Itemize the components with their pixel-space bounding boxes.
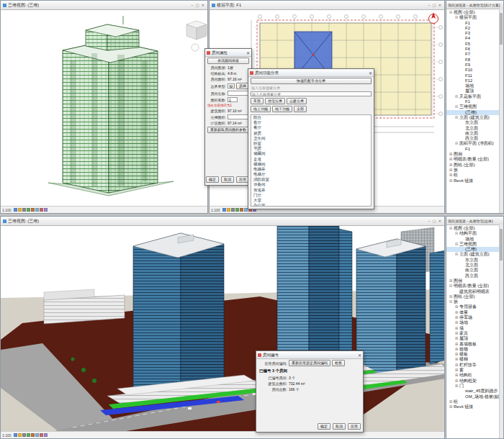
crop-view-icon[interactable] — [27, 208, 30, 212]
tree-item[interactable]: ⊟明细表/数量 (全部) — [446, 284, 503, 289]
close-icon[interactable]: ✕ — [369, 71, 372, 76]
expand-icon[interactable] — [460, 273, 464, 279]
expand-icon[interactable] — [460, 63, 464, 68]
expand-icon[interactable] — [460, 83, 464, 89]
tree-item[interactable]: ⊞组 — [446, 173, 503, 178]
expand-icon[interactable] — [460, 110, 464, 115]
expand-icon[interactable] — [460, 258, 464, 263]
tree-item[interactable]: ⊞明细表/数量 (全部) — [446, 157, 503, 162]
expand-icon[interactable]: ⊟ — [454, 141, 459, 146]
expand-icon[interactable]: ⊟ — [454, 15, 459, 20]
view-scale[interactable]: 1:100 — [211, 208, 220, 212]
tree-item[interactable]: F6 — [446, 47, 503, 52]
dialog-titlebar[interactable]: 房间功能分类 ✕ — [248, 69, 374, 77]
expand-icon[interactable]: ⊞ — [449, 399, 453, 404]
dialog-titlebar[interactable]: 房间属性 ✕ — [205, 49, 251, 57]
room-name-input[interactable] — [228, 91, 249, 96]
window-controls[interactable]: – ▢ ✕ — [192, 3, 205, 7]
expand-icon[interactable] — [460, 126, 464, 131]
tree-item[interactable]: ⊞结构柱 — [446, 373, 503, 378]
expand-icon[interactable] — [460, 73, 464, 78]
expand-icon[interactable]: ⊟ — [454, 242, 459, 247]
tree-item[interactable]: ⊟面积平面 (净面积) — [446, 141, 503, 146]
tree-item[interactable]: ⊞场地 — [446, 320, 503, 325]
tree-item[interactable]: 南立面 — [446, 131, 503, 136]
expand-icon[interactable] — [460, 42, 464, 47]
expand-icon[interactable]: ⊞ — [454, 336, 459, 341]
expand-icon[interactable] — [460, 99, 464, 104]
classification-item[interactable]: 阳台 — [251, 115, 371, 120]
scrollbar-thumb[interactable] — [500, 229, 503, 261]
tree-item[interactable]: {三维} — [446, 247, 503, 252]
tree-item[interactable]: ⊞专用设备 — [446, 304, 503, 309]
visual-style-icon[interactable] — [222, 208, 226, 212]
sun-path-icon[interactable] — [18, 208, 22, 212]
tree-item[interactable]: F1 — [446, 99, 503, 104]
tree-item[interactable]: ⊞图纸 (全部) — [446, 294, 503, 299]
expand-icon[interactable]: ⊟ — [449, 284, 453, 289]
tree-item[interactable]: ⊞幕墙嵌板 — [446, 342, 503, 347]
view-scale[interactable]: 1:100 — [2, 208, 12, 212]
expand-icon[interactable] — [460, 36, 464, 41]
filter-tab[interactable]: 全部 — [294, 106, 307, 112]
classification-item[interactable]: 厨房 — [251, 131, 371, 136]
expand-icon[interactable]: ⊟ — [454, 252, 459, 257]
tree-item[interactable]: stair_45度斜踏步 — [446, 389, 503, 394]
classification-item[interactable]: 走道 — [251, 157, 371, 162]
tree-item[interactable]: ⊞停车场 — [446, 315, 503, 320]
expand-icon[interactable] — [460, 89, 464, 94]
tree-item[interactable]: ⊟族 — [446, 299, 503, 304]
scrollbar[interactable] — [499, 9, 503, 213]
quick-match-button[interactable]: 快速匹配专业分类 — [251, 78, 372, 84]
tree-item[interactable]: F4 — [446, 36, 503, 41]
tree-item[interactable]: F7 — [446, 52, 503, 57]
search-input[interactable] — [251, 91, 372, 96]
category-tab[interactable]: 公建分类 — [287, 98, 307, 104]
tree-item[interactable]: ⊟三维视图 — [446, 104, 503, 109]
reapply-code-button[interactable]: 重新应用选定房间编码 — [289, 360, 330, 366]
classification-item[interactable]: 储藏间 — [251, 151, 371, 156]
tree-item[interactable]: F8 — [446, 58, 503, 63]
ok-button[interactable]: 确定 — [206, 176, 219, 183]
expand-icon[interactable] — [460, 394, 464, 399]
tree-item[interactable]: 建筑面积明细表 — [446, 289, 503, 294]
classification-item[interactable]: 电梯厅 — [251, 172, 371, 177]
expand-icon[interactable] — [460, 47, 464, 52]
constraints-icon[interactable] — [44, 433, 48, 437]
tree-item[interactable]: ⊟立面 (建筑立面) — [446, 115, 503, 120]
expand-icon[interactable]: ⊞ — [449, 168, 453, 173]
recalc-area-button[interactable]: 重新获取房间面积参数 — [207, 127, 249, 133]
expand-icon[interactable] — [460, 263, 464, 268]
expand-icon[interactable] — [460, 268, 464, 273]
window-controls[interactable]: – ▢ ✕ — [428, 219, 442, 223]
tree-item[interactable]: ⊞植物 — [446, 347, 503, 352]
viewport-titlebar[interactable]: 三维视图: {三维} – ▢ ✕ — [1, 217, 444, 226]
crop-view-icon[interactable] — [27, 433, 30, 437]
tree-item[interactable]: {三维} — [446, 110, 503, 115]
viewport-titlebar[interactable]: 三维视图: {三维} – ▢ ✕ — [1, 1, 207, 10]
expand-icon[interactable]: ⊞ — [454, 320, 459, 325]
expand-icon[interactable] — [460, 147, 464, 152]
expand-icon[interactable]: ⊞ — [454, 342, 459, 347]
tree-item[interactable]: ⊞窗 — [446, 368, 503, 373]
tree-item[interactable]: F5 — [446, 42, 503, 47]
tree-item[interactable]: ⊞门 — [446, 384, 503, 389]
view-scale[interactable]: 1:100 — [2, 433, 12, 438]
classification-item[interactable]: 大堂 — [251, 198, 371, 203]
tree-item[interactable]: 北立面 — [446, 126, 503, 131]
tree-item[interactable]: OM_场地-植被(贴面) — [446, 394, 503, 399]
ok-button[interactable]: 确定 — [318, 423, 330, 430]
tree-item[interactable]: 东立面 — [446, 258, 503, 263]
classification-item[interactable]: 楼梯间 — [251, 162, 371, 167]
expand-icon[interactable] — [460, 52, 464, 57]
check-button[interactable]: 检查 — [332, 360, 345, 366]
tree-item[interactable]: F11 — [446, 73, 503, 78]
expand-icon[interactable]: ⊟ — [454, 115, 459, 120]
expand-icon[interactable] — [454, 289, 459, 294]
expand-icon[interactable]: ⊟ — [449, 226, 453, 231]
expand-icon[interactable]: ⊟ — [454, 231, 459, 236]
expand-icon[interactable]: ⊟ — [454, 94, 459, 99]
tree-item[interactable]: ⊞屋顶 — [446, 336, 503, 341]
tree-item[interactable]: F3 — [446, 31, 503, 36]
cancel-button[interactable]: 取消 — [333, 423, 346, 430]
